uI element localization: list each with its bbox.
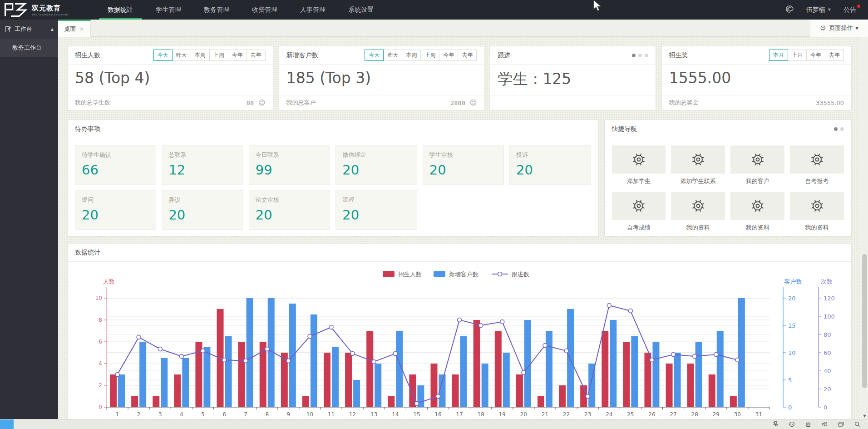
todo-item[interactable]: 论文审核20 xyxy=(249,190,330,230)
trash-icon[interactable] xyxy=(805,421,812,428)
carousel-dot[interactable] xyxy=(638,54,642,57)
filter-button-去年[interactable]: 去年 xyxy=(458,50,477,61)
todo-item[interactable]: 流程20 xyxy=(335,190,417,230)
theme-palette-icon[interactable] xyxy=(785,5,794,15)
carousel-dot[interactable] xyxy=(645,54,648,57)
carousel-dots xyxy=(632,54,648,57)
carousel-dot[interactable] xyxy=(834,127,838,131)
line-point xyxy=(671,353,676,357)
axis-tick-label: 0 xyxy=(99,404,102,410)
close-icon[interactable]: × xyxy=(79,25,84,32)
todo-item[interactable]: 今日联系99 xyxy=(249,145,330,185)
bar xyxy=(118,374,125,407)
filter-button-上周[interactable]: 上周 xyxy=(420,50,439,61)
filter-button-今年[interactable]: 今年 xyxy=(806,50,825,61)
quick-nav-item[interactable]: 添加学生联系 xyxy=(671,145,725,185)
window-icon[interactable] xyxy=(838,421,844,428)
todo-item[interactable]: 总联系12 xyxy=(162,145,243,185)
quick-nav-item[interactable]: 我的客户 xyxy=(730,145,784,185)
filter-button-今年[interactable]: 今年 xyxy=(439,50,458,61)
stat-value: 58 (Top 4) xyxy=(68,65,273,95)
todo-item-value: 20 xyxy=(516,162,584,178)
quick-nav-item[interactable]: 自考成绩 xyxy=(612,192,666,232)
legend-label: 招生人数 xyxy=(398,271,422,278)
todo-item[interactable]: 提问20 xyxy=(75,190,156,230)
gear-icon xyxy=(631,152,646,167)
x-tick-label: 30 xyxy=(734,411,741,418)
filter-button-上周[interactable]: 上周 xyxy=(209,50,228,61)
sound-icon[interactable] xyxy=(821,421,828,428)
scrollbar-thumb[interactable] xyxy=(862,254,867,388)
todo-card: 待办事项 待学生确认66总联系12今日联系99微信绑定20学生审核20投诉20提… xyxy=(67,120,599,237)
todo-item-label: 微信绑定 xyxy=(342,151,410,159)
carousel-dot[interactable] xyxy=(840,127,844,131)
filter-button-本周[interactable]: 本周 xyxy=(402,50,421,61)
page-actions-button[interactable]: 页面操作 ▼ xyxy=(810,20,868,37)
todo-item[interactable]: 投诉20 xyxy=(509,145,591,185)
menu-item-4[interactable]: 收费管理 xyxy=(241,0,289,20)
todo-item[interactable]: 微信绑定20 xyxy=(335,145,417,185)
notebook-icon xyxy=(5,26,11,33)
scrollbar-down-arrow[interactable]: ▼ xyxy=(861,414,868,418)
line-point xyxy=(564,349,568,353)
main-content: 招生人数今天昨天本周上周今年去年58 (Top 4)我的总学生数88 ☺新增客户… xyxy=(58,37,861,419)
stat-value: 1555.00 xyxy=(662,65,851,95)
todo-item-label: 总联系 xyxy=(168,151,236,159)
menu-item-5[interactable]: 人事管理 xyxy=(289,0,337,20)
filter-button-今年[interactable]: 今年 xyxy=(228,50,247,61)
quick-nav-item-label: 我的资料 xyxy=(730,224,784,232)
bar xyxy=(495,331,502,407)
pin-off-icon[interactable] xyxy=(772,421,779,428)
filter-button-上月[interactable]: 上月 xyxy=(788,50,807,61)
x-tick-label: 10 xyxy=(306,411,313,418)
axis-title: 人数 xyxy=(103,278,115,285)
taskbar-blue-button[interactable] xyxy=(0,419,14,429)
menu-item-2[interactable]: 学生管理 xyxy=(144,0,192,20)
axis-tick-label: 20 xyxy=(788,295,796,302)
axis-tick-label: 10 xyxy=(788,349,796,356)
sidebar-item-academic-workbench[interactable]: 教务工作台 xyxy=(0,39,58,57)
bar xyxy=(717,331,724,407)
tab-desktop[interactable]: 桌面 × xyxy=(58,20,91,37)
brand-subtitle: BES Vocational Education xyxy=(32,13,68,15)
line-point xyxy=(522,371,526,375)
quick-nav-card: 快捷导航 添加学生添加学生联系我的客户自考报考自考成绩我的资料我的资料我的资料 xyxy=(604,120,852,237)
filter-button-昨天[interactable]: 昨天 xyxy=(383,50,402,61)
quick-nav-item-label: 我的资料 xyxy=(790,224,844,232)
menu-item-1[interactable]: 数据统计 xyxy=(96,0,144,20)
quick-nav-item[interactable]: 我的资料 xyxy=(730,192,784,232)
history-icon[interactable] xyxy=(789,421,795,428)
filter-button-今天[interactable]: 今天 xyxy=(365,50,384,61)
search-icon[interactable] xyxy=(854,421,861,428)
todo-item[interactable]: 异议20 xyxy=(162,190,243,230)
bar xyxy=(652,342,659,407)
filter-button-本周[interactable]: 本周 xyxy=(191,50,210,61)
filter-button-今天[interactable]: 今天 xyxy=(153,50,173,61)
sidebar-group-workbench[interactable]: 工作台 ▲ xyxy=(0,20,58,39)
quick-nav-item[interactable]: 我的资料 xyxy=(790,192,844,232)
sidebar: 工作台 ▲ 教务工作台 xyxy=(0,20,58,419)
user-menu[interactable]: 伍梦楠 ▼ xyxy=(806,6,831,14)
todo-item[interactable]: 学生审核20 xyxy=(423,145,504,185)
stat-footer: 我的总奖金33555.00 xyxy=(662,95,851,110)
axis-tick-label: 8 xyxy=(99,317,102,323)
carousel-dot[interactable] xyxy=(632,54,636,57)
todo-item[interactable]: 待学生确认66 xyxy=(75,145,156,185)
chevron-down-icon: ▼ xyxy=(828,8,831,12)
menu-item-3[interactable]: 教务管理 xyxy=(192,0,241,20)
quick-nav-icon-box xyxy=(612,192,666,220)
todo-item-value: 20 xyxy=(342,207,410,223)
filter-button-去年[interactable]: 去年 xyxy=(247,50,266,61)
filter-button-本月[interactable]: 本月 xyxy=(769,50,788,61)
filter-button-去年[interactable]: 去年 xyxy=(825,50,844,61)
bar xyxy=(153,396,159,407)
quick-nav-item[interactable]: 我的资料 xyxy=(671,192,725,232)
todo-title: 待办事项 xyxy=(75,125,100,133)
gear-icon xyxy=(820,25,826,31)
quick-nav-item[interactable]: 自考报考 xyxy=(790,145,844,185)
announcement-link[interactable]: 公告 xyxy=(843,6,856,14)
quick-nav-item[interactable]: 添加学生 xyxy=(612,145,666,185)
quick-nav-item-label: 添加学生联系 xyxy=(671,177,725,185)
menu-item-6[interactable]: 系统设置 xyxy=(337,0,385,20)
filter-button-昨天[interactable]: 昨天 xyxy=(172,50,191,61)
